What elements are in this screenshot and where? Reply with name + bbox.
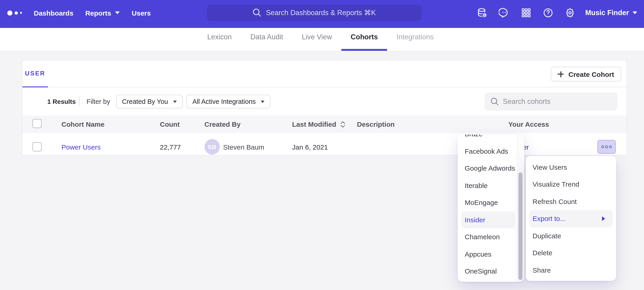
search-icon bbox=[253, 9, 262, 17]
select-all-checkbox[interactable] bbox=[32, 119, 42, 128]
row-actions-button[interactable] bbox=[598, 140, 616, 154]
user-tab-label: USER bbox=[25, 70, 45, 77]
card-header: USER Create Cohort bbox=[22, 60, 626, 87]
menu-item-export-to[interactable]: Export to... bbox=[529, 210, 613, 227]
column-header-last-modified[interactable]: Last Modified bbox=[292, 120, 357, 128]
cohort-count-cell: 22,777 bbox=[160, 143, 204, 151]
apps-grid-icon[interactable] bbox=[521, 7, 532, 18]
help-icon[interactable] bbox=[543, 7, 554, 18]
menu-item-delete[interactable]: Delete bbox=[526, 244, 616, 261]
column-header-created-by[interactable]: Created By bbox=[204, 120, 292, 128]
creator-avatar: SB bbox=[204, 139, 220, 155]
tab-lexicon[interactable]: Lexicon bbox=[198, 28, 241, 51]
chevron-down-icon bbox=[261, 100, 264, 103]
submenu-arrow-icon bbox=[602, 216, 605, 221]
tab-data-audit[interactable]: Data Audit bbox=[241, 28, 292, 51]
menu-item-share[interactable]: Share bbox=[526, 261, 616, 278]
nav-link-label: Dashboards bbox=[34, 9, 73, 17]
export-submenu-list: Braze Facebook Ads Google Adwords Iterab… bbox=[458, 134, 524, 280]
search-cohorts-placeholder: Search cohorts bbox=[503, 97, 550, 106]
nav-link-label: Reports bbox=[85, 9, 111, 17]
menu-item-onesignal[interactable]: OneSignal bbox=[458, 262, 524, 280]
sort-icon bbox=[340, 121, 345, 128]
topnav-right-cluster: Music Finder bbox=[466, 0, 637, 26]
export-submenu: Braze Facebook Ads Google Adwords Iterab… bbox=[458, 134, 524, 282]
column-header-description[interactable]: Description bbox=[357, 120, 476, 128]
nav-link-label: Users bbox=[132, 9, 151, 17]
integrations-filter-value: All Active Integrations bbox=[192, 98, 256, 105]
last-modified-cell: Jan 6, 2021 bbox=[292, 143, 357, 151]
column-header-cohort-name[interactable]: Cohort Name bbox=[62, 120, 160, 128]
row-select-cell bbox=[22, 142, 62, 152]
project-selector[interactable]: Music Finder bbox=[585, 9, 637, 17]
menu-item-appcues[interactable]: Appcues bbox=[458, 245, 524, 262]
menu-item-facebook-ads[interactable]: Facebook Ads bbox=[458, 142, 524, 160]
menu-item-refresh-count[interactable]: Refresh Count bbox=[526, 193, 616, 210]
dot-icon bbox=[606, 146, 608, 148]
cohort-table-row[interactable]: Power Users 22,777 SB Steven Baum Jan 6,… bbox=[22, 133, 626, 156]
filter-toolbar: 1 Results Filter by Created By You All A… bbox=[22, 87, 626, 116]
menu-item-duplicate[interactable]: Duplicate bbox=[526, 227, 616, 244]
cohorts-card: USER Create Cohort 1 Results Filter by C… bbox=[22, 60, 627, 155]
chat-feedback-icon[interactable] bbox=[499, 7, 510, 18]
chevron-down-icon bbox=[115, 12, 120, 15]
plus-icon bbox=[558, 71, 564, 77]
nav-link-reports[interactable]: Reports bbox=[85, 9, 120, 17]
row-checkbox[interactable] bbox=[32, 142, 42, 152]
menu-item-iterable[interactable]: Iterable bbox=[458, 177, 524, 194]
menu-item-moengage[interactable]: MoEngage bbox=[458, 194, 524, 211]
cohort-name-cell: Power Users bbox=[62, 143, 160, 151]
settings-gear-icon[interactable] bbox=[565, 7, 576, 18]
search-cohorts-input[interactable]: Search cohorts bbox=[484, 92, 617, 110]
project-name: Music Finder bbox=[585, 9, 629, 17]
vertical-divider bbox=[79, 97, 80, 106]
secondary-nav: Lexicon Data Audit Live View Cohorts Int… bbox=[0, 28, 644, 51]
nav-link-users[interactable]: Users bbox=[132, 9, 151, 17]
tab-live-view[interactable]: Live View bbox=[292, 28, 341, 51]
results-count: 1 Results bbox=[47, 98, 71, 105]
dot-icon bbox=[609, 146, 612, 148]
create-cohort-button[interactable]: Create Cohort bbox=[551, 67, 621, 81]
app-window: Dashboards Reports Users Search Dashboar… bbox=[0, 0, 644, 290]
nav-link-dashboards[interactable]: Dashboards bbox=[34, 9, 73, 17]
column-header-your-access[interactable]: Your Access bbox=[476, 120, 582, 128]
menu-item-view-users[interactable]: View Users bbox=[526, 159, 616, 176]
tab-integrations[interactable]: Integrations bbox=[387, 28, 443, 51]
row-actions-cell bbox=[582, 140, 626, 154]
menu-item-chameleon[interactable]: Chameleon bbox=[458, 228, 524, 245]
global-search-placeholder: Search Dashboards & Reports ⌘K bbox=[266, 9, 376, 17]
tab-cohorts[interactable]: Cohorts bbox=[342, 28, 387, 51]
search-icon bbox=[490, 97, 499, 106]
mixpanel-logo-icon[interactable] bbox=[7, 11, 22, 15]
primary-nav: Dashboards Reports Users bbox=[22, 9, 151, 17]
global-search-input[interactable]: Search Dashboards & Reports ⌘K bbox=[207, 4, 422, 21]
data-management-icon[interactable] bbox=[477, 7, 488, 18]
top-navbar: Dashboards Reports Users Search Dashboar… bbox=[0, 0, 644, 28]
menu-item-insider[interactable]: Insider bbox=[461, 211, 515, 228]
create-cohort-label: Create Cohort bbox=[568, 70, 614, 78]
created-by-cell: SB Steven Baum bbox=[204, 139, 292, 155]
column-header-select bbox=[22, 120, 62, 128]
integrations-filter[interactable]: All Active Integrations bbox=[186, 95, 270, 109]
menu-item-braze[interactable]: Braze bbox=[458, 134, 524, 142]
chevron-down-icon bbox=[632, 12, 637, 14]
row-actions-menu: View Users Visualize Trend Refresh Count… bbox=[526, 156, 616, 281]
table-header-row: Cohort Name Count Created By Last Modifi… bbox=[22, 116, 626, 133]
secondary-nav-tabs: Lexicon Data Audit Live View Cohorts Int… bbox=[198, 28, 443, 51]
creator-name: Steven Baum bbox=[223, 143, 264, 151]
chevron-down-icon bbox=[173, 100, 177, 103]
tab-user-cohorts[interactable]: USER bbox=[22, 60, 48, 87]
dot-icon bbox=[602, 146, 604, 148]
column-header-count[interactable]: Count bbox=[160, 120, 204, 128]
created-by-filter[interactable]: Created By You bbox=[116, 95, 183, 109]
created-by-filter-value: Created By You bbox=[122, 98, 168, 105]
cohort-name-link[interactable]: Power Users bbox=[62, 143, 101, 151]
filter-by-label: Filter by bbox=[86, 98, 109, 105]
menu-item-google-adwords[interactable]: Google Adwords bbox=[458, 160, 524, 177]
menu-item-visualize-trend[interactable]: Visualize Trend bbox=[526, 176, 616, 193]
scrollbar-thumb[interactable] bbox=[518, 172, 522, 280]
